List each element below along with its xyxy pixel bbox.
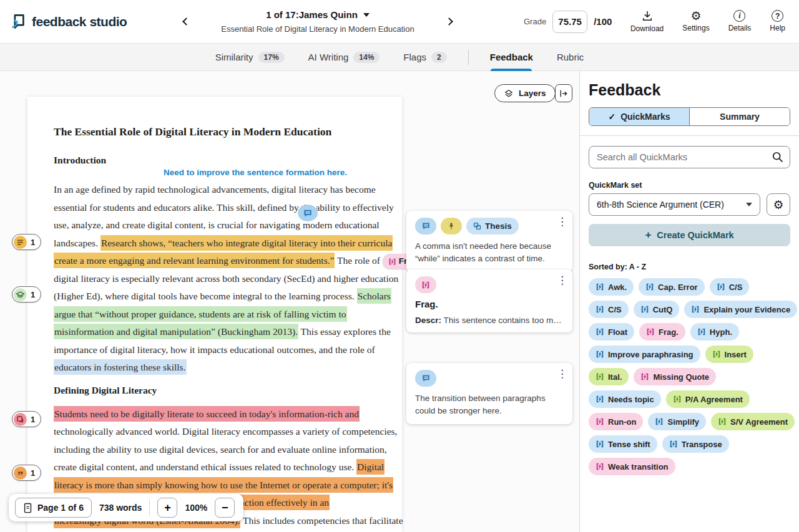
highlight-green[interactable]: Scholars <box>357 288 391 304</box>
quickmark-chip[interactable]: Improve paraphrasing <box>589 346 700 363</box>
document-subtitle: Essential Role of Digital Literacy in Mo… <box>205 24 430 34</box>
layers-button[interactable]: Layers <box>494 84 556 102</box>
annotation-card[interactable]: ⋮ Frag. Descr: This sentence contains to… <box>406 269 572 332</box>
document-selector[interactable]: 1 of 17:James Quinn <box>266 9 370 20</box>
highlight-green[interactable]: argue that “without proper guidance, stu… <box>54 306 347 322</box>
chevron-left-icon[interactable] <box>182 17 190 26</box>
grade-max: /100 <box>594 16 612 27</box>
quickmark-set-settings-button[interactable]: ⚙ <box>767 193 790 216</box>
marker-count: 1 <box>31 468 35 478</box>
quickmark-chip[interactable]: Transpose <box>662 435 729 453</box>
quickmark-bolt-icon <box>596 305 604 314</box>
lines-icon <box>14 236 27 249</box>
quickmark-chip[interactable]: Ital. <box>589 368 629 385</box>
tab-ai-writing[interactable]: AI Writing 14% <box>306 44 383 71</box>
quickmark-chip[interactable]: Tense shift <box>589 435 657 453</box>
chevron-right-icon[interactable] <box>445 17 453 26</box>
create-quickmark-button[interactable]: + Create QuickMark <box>589 224 790 246</box>
essay-heading: Introduction <box>54 155 376 167</box>
quickmark-chip[interactable]: Awk. <box>589 278 634 296</box>
quickmark-chip[interactable]: Missing Quote <box>634 368 716 385</box>
highlight-yellow[interactable]: Research shows, “teachers who integrate … <box>100 235 393 251</box>
kebab-menu-icon[interactable]: ⋮ <box>557 367 567 380</box>
quickmark-bolt-icon <box>596 327 604 336</box>
question-icon: ? <box>772 10 783 22</box>
quickmark-bolt-icon <box>669 440 678 448</box>
marker-count: 1 <box>31 290 35 299</box>
inline-comment-text[interactable]: Need to improve the sentence formation h… <box>164 168 376 181</box>
tab-rubric[interactable]: Rubric <box>554 44 586 71</box>
kebab-menu-icon[interactable]: ⋮ <box>557 215 567 228</box>
quickmark-chip[interactable]: Hyph. <box>690 323 739 341</box>
highlight-orange[interactable]: literacy is more than simply knowing how… <box>54 477 393 493</box>
quickmark-bolt-icon <box>718 417 727 426</box>
doc-line: essential for students and educators ali… <box>54 199 376 217</box>
annotation-text: A comma isn't needed here because “while… <box>415 240 564 265</box>
help-button[interactable]: ? Help <box>770 10 785 33</box>
quickmark-chip[interactable]: Explain your Evidence <box>684 301 797 318</box>
quickmark-chip[interactable]: S/V Agreement <box>711 413 795 430</box>
quickmark-chip[interactable]: Insert <box>705 346 753 363</box>
highlight-green[interactable]: misinformation and digital manipulation”… <box>54 324 298 339</box>
active-tab-underline <box>491 69 532 71</box>
details-button[interactable]: i Details <box>728 10 752 33</box>
quickmark-bolt-icon <box>645 283 654 291</box>
quickmark-chip[interactable]: Frag. <box>639 323 685 341</box>
document-viewer: The Essential Role of Digital Literacy i… <box>0 71 579 532</box>
doc-line: argue that “without proper guidance, stu… <box>54 306 376 324</box>
quickmark-chip[interactable]: Float <box>589 323 634 341</box>
quickmark-set-select[interactable]: 6th-8th Science Argument (CER) <box>589 193 760 216</box>
doc-line: create a more engaging and relevant lear… <box>54 252 376 270</box>
annotation-text: The transition between paragraphs could … <box>415 392 564 417</box>
quickmark-chip[interactable]: P/A Agreement <box>666 390 750 408</box>
highlight-yellow[interactable]: create a more engaging and relevant lear… <box>54 253 335 268</box>
quickmark-chip[interactable]: CutQ <box>634 301 680 318</box>
margin-marker[interactable]: 1 <box>12 234 41 250</box>
layers-icon <box>504 89 514 99</box>
tab-similarity[interactable]: Similarity 17% <box>213 44 287 71</box>
tab-summary[interactable]: Summary <box>690 108 790 125</box>
highlight-blue[interactable]: educators in fostering these skills. <box>54 359 187 375</box>
quickmark-chip[interactable]: C/S <box>710 278 750 296</box>
quickmark-bolt-icon <box>646 327 655 336</box>
collapse-panel-button[interactable] <box>555 84 572 102</box>
zoom-in-button[interactable]: + <box>157 498 177 518</box>
marker-count: 1 <box>31 238 35 247</box>
panel-tab-toggle: ✓ QuickMarks Summary <box>589 107 790 126</box>
tab-feedback[interactable]: Feedback <box>488 44 536 71</box>
comment-icon <box>415 218 436 235</box>
quickmark-chip[interactable]: Needs topic <box>589 390 661 408</box>
thesis-tag[interactable]: Thesis <box>466 218 519 235</box>
grade-input[interactable] <box>552 11 587 33</box>
tab-flags[interactable]: Flags 2 <box>401 44 449 71</box>
annotation-card[interactable]: ⋮ The transition between paragraphs coul… <box>406 363 572 424</box>
highlight-red[interactable]: Students need to be digitally literate t… <box>54 406 360 422</box>
page-info-button[interactable]: Page 1 of 6 <box>15 498 92 518</box>
search-icon[interactable] <box>771 150 784 166</box>
tab-quickmarks[interactable]: ✓ QuickMarks <box>589 108 690 125</box>
document-position: 1 of 17:James Quinn <box>266 9 358 20</box>
margin-marker[interactable]: 1 <box>12 286 41 302</box>
margin-marker[interactable]: ” 1 <box>12 465 41 481</box>
kebab-menu-icon[interactable]: ⋮ <box>557 274 567 287</box>
margin-marker[interactable]: 1 <box>12 411 41 427</box>
doc-line: (Higher Ed), where digital tools have be… <box>54 288 376 306</box>
doc-line: use, analyze, and create digital content… <box>54 216 376 235</box>
quickmark-chip[interactable]: Run-on <box>589 413 643 430</box>
quickmark-bolt-icon <box>673 395 682 404</box>
settings-button[interactable]: ⚙ Settings <box>682 10 709 33</box>
annotation-card[interactable]: ⋮ Thesis A comma isn't needed here becau… <box>406 211 572 272</box>
search-input[interactable] <box>589 146 790 168</box>
chevron-down-icon <box>363 13 370 17</box>
quickmark-chip[interactable]: C/S <box>589 301 629 318</box>
comment-bubble-icon[interactable] <box>298 205 318 221</box>
download-button[interactable]: Download <box>630 10 664 33</box>
quickmark-bolt-icon <box>691 305 700 314</box>
document-icon <box>23 503 32 513</box>
quickmark-bolt-icon <box>596 283 604 291</box>
highlight-orange[interactable]: Digital <box>356 459 385 475</box>
quickmark-chip[interactable]: Simplify <box>648 413 706 430</box>
zoom-out-button[interactable]: − <box>215 498 235 518</box>
quickmark-chip[interactable]: Weak transition <box>589 458 675 475</box>
quickmark-chip[interactable]: Cap. Error <box>639 278 705 296</box>
